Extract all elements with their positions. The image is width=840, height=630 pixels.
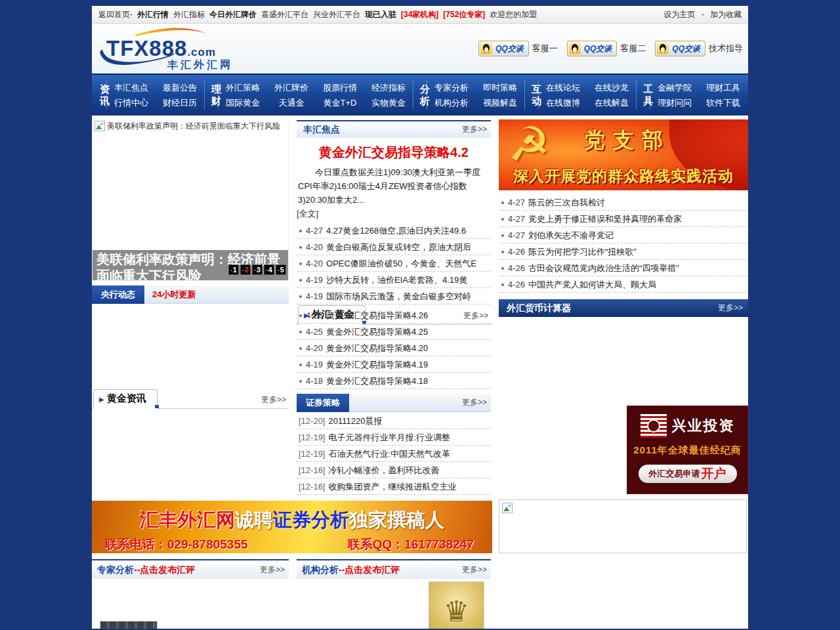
ad-image-placeholder <box>499 499 747 553</box>
top-link-rates[interactable]: 今日外汇牌价 <box>209 10 257 19</box>
top-link-jiasheng[interactable]: 嘉盛外汇平台 <box>261 10 308 19</box>
top-link-xingye[interactable]: 兴业外汇平台 <box>313 10 360 19</box>
news-item[interactable]: 4-27陈云的三次自我检讨 <box>499 194 748 211</box>
recruit-banner[interactable]: 汇丰外汇网诚聘证券分析独家撰稿人 联系电话：029-87805355 联系QQ：… <box>92 501 492 553</box>
nav-link[interactable]: 最新公告 <box>163 80 197 95</box>
news-item[interactable]: 4-25黄金外汇交易指导策略4.25 <box>297 324 491 340</box>
crown-logo[interactable]: ♛ <box>429 581 484 629</box>
news-item[interactable]: 4-26古田会议规范党内政治生活的“四项举措” <box>499 260 748 276</box>
news-slider[interactable]: 美联储利率政策声明：经济前景面临重大下行风险 美联储利率政策声明：经济前景面临重… <box>92 118 289 281</box>
nav-link[interactable]: 即时策略 <box>483 80 517 95</box>
publish-link[interactable]: --点击发布汇评 <box>134 564 195 575</box>
section-title[interactable]: 专家分析 <box>97 564 134 575</box>
news-item[interactable]: 4-19黄金外汇交易指导策略4.19 <box>297 356 491 373</box>
slider-page-button[interactable]: •4 <box>264 264 274 275</box>
xingye-ad[interactable]: 兴业投资 2011年全球最佳经纪商 外汇交易申请 开户 <box>627 406 748 494</box>
qq-contact-label: 技术指导 <box>709 43 743 54</box>
news-item[interactable]: 4-27党史上勇于修正错误和坚持真理的革命家 <box>499 211 748 227</box>
qq-chat-button[interactable]: QQ交谈 <box>655 41 705 56</box>
nav-link[interactable]: 在线解盘 <box>595 95 629 110</box>
recruit-contacts: 联系电话：029-87805355 联系QQ：1617738247 <box>92 534 492 553</box>
fxgold-news-list: 4-26黄金外汇交易指导策略4.26 4-25黄金外汇交易指导策略4.25 4-… <box>297 307 491 389</box>
section-title[interactable]: 机构分析 <box>302 564 339 575</box>
more-link[interactable]: 更多>> <box>261 394 286 406</box>
nav-link[interactable]: 金融学院 <box>658 80 692 95</box>
nav-group-zixun: 资讯 丰汇焦点行情中心 最新公告财经日历 <box>93 78 204 112</box>
set-home-link[interactable]: 设为主页 <box>663 10 695 19</box>
back-home-link[interactable]: 返回首页- <box>98 10 133 19</box>
nav-link[interactable]: 在线微博 <box>546 95 580 110</box>
expert-photo[interactable] <box>100 621 158 629</box>
nav-link[interactable]: 外汇牌价 <box>274 80 308 95</box>
slider-page-button-active[interactable]: •2 <box>240 264 251 275</box>
news-item[interactable]: 4-27刘伯承矢志不渝寻党记 <box>499 227 748 243</box>
news-item[interactable]: 4-20OPEC傻眼油价破50，今黄金、天然气E <box>297 255 491 272</box>
news-item[interactable]: [12-19]电子元器件行业半月报:行业调整 <box>297 429 491 446</box>
qq-contact-label: 客服一 <box>532 43 558 54</box>
more-link[interactable]: 更多>> <box>462 564 487 576</box>
party-news-list: 4-27陈云的三次自我检讨 4-27党史上勇于修正错误和坚持真理的革命家 4-2… <box>499 194 748 293</box>
news-item[interactable]: 4-19国际市场风云激荡，黄金白银多空对峙 <box>297 288 491 304</box>
more-link[interactable]: 更多>> <box>260 564 285 576</box>
org-count[interactable]: [34家机构] <box>401 10 438 19</box>
focus-headline[interactable]: 黄金外汇交易指导策略4.2 <box>297 144 491 161</box>
nav-link[interactable]: 外汇策略 <box>226 80 260 95</box>
nav-link[interactable]: 专家分析 <box>434 80 469 95</box>
more-link[interactable]: 更多>> <box>718 303 743 314</box>
news-item[interactable]: 4-20黄金外汇交易指导策略4.20 <box>297 340 491 356</box>
top-link-quotes[interactable]: 外汇行情 <box>137 10 169 19</box>
open-account-button[interactable]: 外汇交易申请 开户 <box>639 465 737 483</box>
site-logo[interactable]: TFX888.com 丰汇外汇网 <box>98 27 249 70</box>
news-item[interactable]: [12-19]石油天然气行业:中国天然气改革 <box>297 446 491 462</box>
qq-chat-button[interactable]: QQ交谈 <box>567 41 618 56</box>
qq-chat-button[interactable]: QQ交谈 <box>478 41 529 56</box>
news-item[interactable]: [12-16]收购集团资产，继续推进航空主业 <box>297 478 491 495</box>
expert-count[interactable]: [752位专家] <box>443 10 485 19</box>
publish-link[interactable]: --点击发布汇评 <box>339 564 400 575</box>
nav-link[interactable]: 丰汇焦点 <box>114 80 148 95</box>
nav-link[interactable]: 黄金T+D <box>324 95 357 110</box>
focus-summary: 今日重点数据关注1)09:30澳大利亚第一季度CPI年率2)16:00瑞士4月Z… <box>297 165 491 207</box>
nav-link[interactable]: 经济指标 <box>371 80 406 95</box>
nav-link[interactable]: 股票行情 <box>323 80 357 95</box>
nav-link[interactable]: 行情中心 <box>114 95 148 110</box>
party-banner[interactable]: ☭ 党支部 深入开展党的群众路线实践活动 <box>499 119 748 190</box>
full-text-link[interactable]: [全文] <box>297 208 491 220</box>
tab-gold-news[interactable]: ▶黄金资讯 <box>93 389 158 409</box>
expert-section-header: 专家分析--点击发布汇评 更多>> <box>92 559 289 579</box>
nav-group-licai: 理财 外汇策略国际黄金 外汇牌价天通金 股票行情黄金T+D 经济指标实物黄金 <box>204 78 413 112</box>
news-item[interactable]: [12-20]20111220晨报 <box>297 413 491 429</box>
top-link-indicators[interactable]: 外汇指标 <box>173 10 205 19</box>
nav-link[interactable]: 实物黄金 <box>371 95 406 110</box>
arrow-icon: ▶ <box>99 396 104 403</box>
news-item[interactable]: 4-18黄金外汇交易指导策略4.18 <box>297 373 491 389</box>
nav-link[interactable]: 财经日历 <box>163 95 197 110</box>
section-title[interactable]: 丰汇焦点 <box>303 124 340 136</box>
news-item[interactable]: 4-26黄金外汇交易指导策略4.26 <box>297 307 491 324</box>
add-favorite-link[interactable]: 加为收藏 <box>710 10 742 19</box>
nav-link[interactable]: 在线沙龙 <box>595 80 629 95</box>
nav-link[interactable]: 软件下载 <box>706 95 740 110</box>
more-link[interactable]: 更多>> <box>462 397 487 408</box>
nav-link[interactable]: 理财问问 <box>658 95 692 110</box>
news-item[interactable]: 4-20黄金白银高位反复或转空，原油大阴后 <box>297 239 491 255</box>
tab-central-bank[interactable]: 央行动态 <box>92 285 144 304</box>
more-link[interactable]: 更多>> <box>462 124 487 135</box>
nav-link[interactable]: 视频解盘 <box>483 95 517 110</box>
contact-qq: 联系QQ：1617738247 <box>348 536 474 553</box>
news-item[interactable]: 4-26中国共产党人如何讲大局、顾大局 <box>499 276 748 293</box>
nav-link[interactable]: 在线论坛 <box>546 80 580 95</box>
nav-link[interactable]: 机构分析 <box>434 95 469 110</box>
news-item[interactable]: 4-274.27黄金1268做空,原油日内关注49.6 <box>297 222 491 239</box>
focus-section: 丰汇焦点 更多>> 黄金外汇交易指导策略4.2 今日重点数据关注1)09:30澳… <box>297 120 491 304</box>
slider-page-button[interactable]: •3 <box>252 264 262 275</box>
slider-page-button[interactable]: •5 <box>276 264 286 275</box>
news-item[interactable]: 4-19沙特大反转，油价EIA老套路、4.19黄 <box>297 272 491 288</box>
slider-page-button[interactable]: •1 <box>228 264 239 275</box>
news-item[interactable]: [12-16]冷轧小幅涨价，盈利环比改善 <box>297 462 491 478</box>
nav-link[interactable]: 理财工具 <box>706 80 740 95</box>
tab-stock-strategy[interactable]: 证券策略 <box>297 394 349 412</box>
news-item[interactable]: 4-26陈云为何把学习比作“扭秧歌” <box>499 243 748 260</box>
nav-link[interactable]: 天通金 <box>279 95 304 110</box>
nav-link[interactable]: 国际黄金 <box>226 95 260 110</box>
